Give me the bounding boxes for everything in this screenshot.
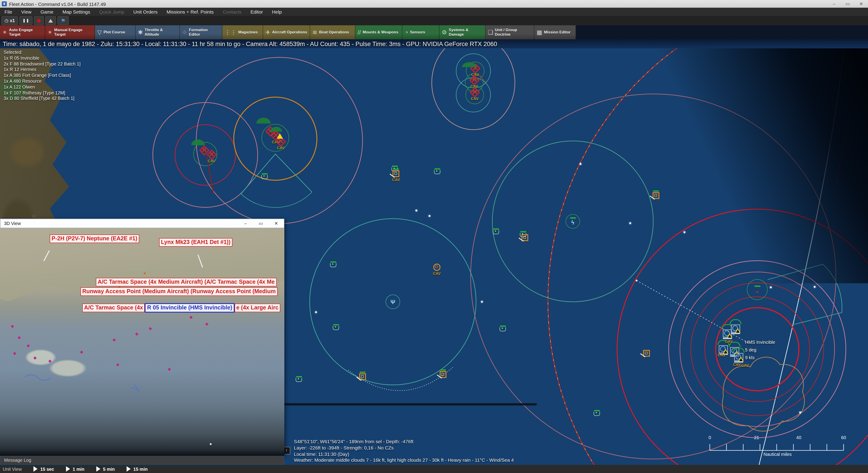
magazines-button[interactable]: ⋮⋮Magazines — [222, 25, 263, 39]
unknown-contact-icon[interactable] — [522, 234, 528, 241]
menu-item-help[interactable]: Help — [268, 8, 286, 16]
unknown-contact-icon[interactable] — [359, 372, 366, 380]
time-step-5-min[interactable]: 5 min — [96, 466, 115, 472]
menu-item-file[interactable]: File — [0, 8, 17, 16]
contact-dot[interactable] — [315, 311, 317, 313]
3d-close-button[interactable]: ✕ — [269, 219, 284, 228]
unit-group-doctrine-icon: ❏ — [488, 29, 493, 36]
contact-dot[interactable] — [580, 163, 581, 165]
formation-editor-button[interactable]: ⁘Formation Editor — [180, 25, 222, 39]
sensors-label: Sensors — [410, 30, 425, 34]
menu-item-missions-ref-points[interactable]: Missions + Ref. Points — [162, 8, 218, 16]
label-tarmac-1[interactable]: A/C Tarmac Space (4x Medium Aircraft) (A… — [96, 278, 276, 286]
contact-dot[interactable] — [799, 411, 801, 413]
hostile-unit-icon[interactable] — [201, 147, 208, 154]
menu-item-unit-orders[interactable]: Unit Orders — [129, 8, 162, 16]
unknown-contact-icon[interactable] — [653, 191, 659, 199]
hostile-unit-icon[interactable]: CAV — [470, 76, 478, 89]
unknown-contact-icon[interactable]: CAV — [433, 264, 441, 276]
camera-button[interactable] — [45, 16, 56, 25]
contact-dot[interactable] — [684, 231, 685, 233]
sonobuoy-icon[interactable] — [261, 173, 268, 179]
helicopter-icon[interactable]: ϟ — [565, 214, 580, 229]
time-compression-button[interactable]: ◷ x1 — [1, 16, 18, 25]
mounts-weapons-label: Mounts & Weapons — [363, 30, 398, 34]
unit-label: CAV — [725, 339, 733, 344]
sensors-button[interactable]: ◔Sensors — [402, 25, 439, 39]
unknown-contact-icon[interactable] — [440, 369, 446, 378]
message-log-bar[interactable]: Message Log — [0, 456, 284, 465]
plot-course-button[interactable]: ▽Plot Course — [95, 25, 135, 39]
throttle-altitude-button[interactable]: ✱Throttle & Altitude — [135, 25, 180, 39]
3d-view-title-bar[interactable]: 3D View – ▭ ✕ — [0, 218, 284, 228]
label-tarmac-2a[interactable]: A/C Tarmac Space (4x — [82, 304, 145, 312]
sonobuoy-icon[interactable] — [296, 376, 302, 382]
time-step-1-min[interactable]: 1 min — [66, 466, 84, 472]
close-button[interactable]: ✕ — [855, 0, 868, 8]
mounts-weapons-button[interactable]: //Mounts & Weapons — [355, 25, 402, 39]
mounts-weapons-icon: // — [358, 29, 361, 36]
jump-button[interactable]: ⚑ — [58, 16, 69, 25]
contact-label: CAV — [433, 271, 441, 276]
contact-dot[interactable] — [629, 222, 631, 224]
label-runway[interactable]: Runway Access Point (Medium Aircraft) (R… — [81, 287, 278, 296]
label-lynx[interactable]: Lynx Mk23 (EAH1 Det #1)) — [159, 238, 232, 247]
mission-editor-label: Mission Editor — [544, 30, 570, 34]
sonobuoy-icon[interactable] — [330, 261, 336, 267]
sonobuoy-icon[interactable] — [434, 168, 440, 174]
menu-item-editor[interactable]: Editor — [246, 8, 268, 16]
menu-bar: FileViewGameMap SettingsQuick JumpUnit O… — [0, 8, 868, 16]
label-tarmac-2b[interactable]: e (4x Large Airc — [235, 304, 280, 312]
auto-engage-target-label: Auto Engage Target — [9, 28, 42, 37]
window-title: Fleet Action - Command v1.04 - Build 114… — [9, 1, 106, 6]
contact-dot[interactable] — [429, 215, 430, 217]
contact-dot[interactable] — [770, 286, 772, 288]
3d-maximize-button[interactable]: ▭ — [253, 219, 269, 228]
hostile-unit-icon[interactable]: CAV — [208, 151, 216, 163]
contact-dot[interactable] — [814, 286, 815, 288]
minimize-button[interactable]: – — [827, 0, 841, 8]
menu-item-map-settings[interactable]: Map Settings — [58, 8, 95, 16]
record-button[interactable] — [34, 16, 44, 25]
sonobuoy-icon[interactable] — [493, 228, 499, 234]
clock-icon: ◷ — [4, 18, 8, 23]
sonobuoy-icon[interactable] — [333, 324, 339, 330]
aircraft-operations-label: Aircraft Operations — [272, 30, 307, 34]
aircraft-operations-button[interactable]: ✈Aircraft Operations — [263, 25, 310, 39]
auto-engage-target-button[interactable]: ✶Auto Engage Target — [0, 25, 45, 39]
menu-item-quick-jump: Quick Jump — [95, 8, 129, 16]
contact-dot[interactable] — [481, 301, 483, 303]
pause-button[interactable]: ❚❚ — [20, 16, 33, 25]
hostile-unit-icon[interactable]: CAV — [277, 138, 285, 150]
label-invincible[interactable]: R 05 Invincible (HMS Invincible) — [145, 303, 235, 313]
label-neptune[interactable]: P-2H (P2V-7) Neptune (EA2E #1) — [50, 234, 139, 243]
unknown-contact-icon[interactable] — [643, 350, 650, 357]
record-icon — [37, 19, 41, 22]
taskforce-name: HMS Invincible — [745, 338, 775, 346]
friendly-ship-icon[interactable] — [730, 319, 741, 334]
maximize-button[interactable]: ▭ — [841, 0, 855, 8]
contact-dot[interactable] — [415, 210, 417, 211]
3d-minimize-button[interactable]: – — [238, 219, 253, 228]
time-step-15-sec[interactable]: 15 sec — [33, 466, 54, 472]
hostile-unit-icon[interactable]: CAV — [471, 89, 479, 101]
friendly-ship-icon[interactable] — [733, 348, 745, 363]
play-icon — [33, 466, 37, 472]
3d-view-content[interactable]: P-2H (P2V-7) Neptune (EA2E #1) Lynx Mk23… — [0, 228, 284, 456]
boat-operations-label: Boat Operations — [319, 30, 349, 34]
menu-item-game[interactable]: Game — [36, 8, 58, 16]
systems-damage-button[interactable]: ⚙Systems & Damage — [439, 25, 486, 39]
helicopter-icon[interactable]: ⌄ — [747, 279, 768, 300]
unit-group-doctrine-button[interactable]: ❏Unit / Group Doctrine — [486, 25, 534, 39]
menu-item-view[interactable]: View — [17, 8, 36, 16]
sonobuoy-icon[interactable] — [500, 326, 506, 331]
mission-editor-button[interactable]: ▦Mission Editor — [534, 25, 576, 39]
unknown-contact-icon[interactable]: CAV — [392, 169, 400, 182]
time-step-15-min[interactable]: 15 min — [127, 466, 148, 472]
manual-engage-target-button[interactable]: ✶Manual Engage Target — [45, 25, 95, 39]
helicopter-icon[interactable]: Ψ — [385, 295, 400, 309]
pause-icon: ❚❚ — [23, 19, 30, 23]
boat-operations-button[interactable]: ≋Boat Operations — [310, 25, 355, 39]
title-bar: ❦ Fleet Action - Command v1.04 - Build 1… — [0, 0, 868, 8]
sonobuoy-icon[interactable] — [594, 410, 600, 416]
